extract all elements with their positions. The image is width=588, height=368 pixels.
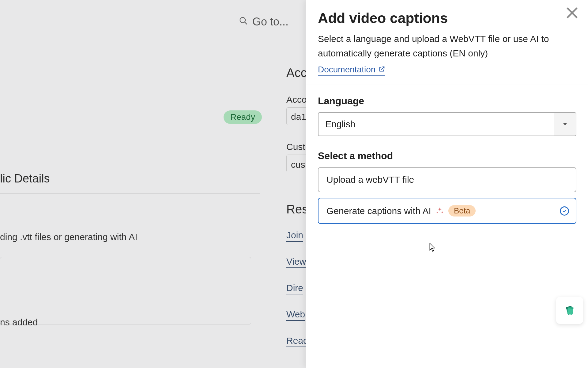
link-direct[interactable]: Dire (286, 283, 303, 294)
language-select[interactable]: English (318, 112, 576, 136)
close-button[interactable] (565, 6, 579, 20)
method-option-upload[interactable]: Upload a webVTT file (318, 167, 576, 192)
method-option-ai-label: Generate captions with AI (326, 206, 431, 216)
link-join[interactable]: Join (286, 230, 303, 242)
divider (0, 193, 260, 194)
svg-line-1 (245, 22, 247, 25)
section-heading-account: Acc (286, 66, 307, 80)
method-option-ai[interactable]: Generate captions with AI Beta (318, 198, 576, 224)
check-circle-icon (560, 206, 569, 216)
divider (306, 85, 588, 85)
method-option-upload-label: Upload a webVTT file (326, 174, 414, 185)
method-label: Select a method (318, 150, 576, 162)
link-readme[interactable]: Read (286, 335, 308, 347)
field-label-account: Acco (286, 94, 307, 105)
books-icon (563, 304, 576, 317)
hint-text: ding .vtt files or generating with AI (0, 232, 138, 242)
sparkle-icon (435, 207, 444, 215)
beta-badge: Beta (448, 205, 476, 217)
drawer-title: Add video captions (318, 10, 576, 26)
documentation-link[interactable]: Documentation (318, 65, 385, 76)
language-label: Language (318, 95, 576, 107)
add-captions-drawer: Add video captions Select a language and… (306, 0, 588, 368)
drawer-description: Select a language and upload a WebVTT fi… (318, 32, 569, 60)
link-view[interactable]: View (286, 256, 306, 268)
external-link-icon (379, 65, 385, 75)
section-heading-resources: Res (286, 202, 308, 216)
search-placeholder: Go to... (252, 15, 288, 28)
section-heading-public-details: lic Details (0, 172, 50, 185)
captions-box (0, 257, 251, 324)
link-web[interactable]: Web (286, 309, 305, 321)
status-badge: Ready (224, 110, 262, 124)
help-widget-button[interactable] (556, 297, 583, 324)
svg-point-0 (240, 17, 246, 23)
search-bar[interactable]: Go to... (239, 15, 288, 28)
documentation-link-label: Documentation (318, 65, 375, 75)
search-icon (239, 15, 248, 28)
captions-empty-text: ns added (0, 317, 38, 328)
language-select-value: English (318, 113, 554, 136)
chevron-down-icon (554, 113, 576, 136)
